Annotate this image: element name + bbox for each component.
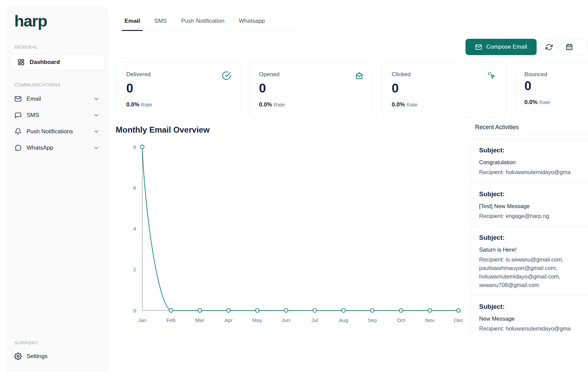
sidebar-item-label: Dashboard: [30, 59, 60, 66]
stat-label: Opened: [259, 71, 280, 78]
activity-item: Subject: New Message Recipient: holuwamu…: [471, 295, 588, 339]
stat-value: 0: [259, 82, 364, 96]
check-circle-icon: [222, 71, 231, 80]
line-chart-svg: 02468JanFebMarAprMayJunJulAugSepOctNovDe…: [112, 139, 476, 334]
cursor-click-icon: [487, 71, 496, 80]
y-axis-tick-label: 8: [133, 144, 136, 150]
chevron-down-icon[interactable]: [93, 96, 99, 102]
sidebar: harp GENERAL Dashboard COMMUNICATIONS Em…: [7, 7, 108, 372]
sidebar-item-dashboard[interactable]: Dashboard: [10, 54, 105, 70]
stat-label: Clicked: [392, 71, 411, 78]
gear-icon: [14, 353, 22, 360]
speech-bubble-icon: [14, 144, 22, 152]
stat-value: 0: [126, 82, 231, 96]
activity-subject-label: Subject:: [479, 303, 585, 310]
activity-recipient: Recipient: holuwamutemidayo@gma: [479, 324, 585, 333]
x-axis-tick-label: May: [252, 317, 262, 323]
activity-recipient: Recipient: holuwamutemidayo@gma: [479, 168, 585, 176]
chart-data-point: [141, 145, 144, 149]
stat-rate: 0.0%: [259, 101, 272, 108]
stat-card-clicked: Clicked 0 0.0% Rate: [382, 62, 506, 117]
stat-rate: 0.0%: [126, 101, 140, 108]
chart-line: [142, 147, 459, 310]
sidebar-item-email[interactable]: Email: [7, 91, 108, 107]
activity-item: Subject: Congratulation Recipient: holuw…: [471, 139, 588, 183]
chart-data-point: [371, 309, 374, 312]
brand-logo: harp: [14, 13, 108, 29]
sidebar-item-sms[interactable]: SMS: [7, 107, 108, 123]
tab-email[interactable]: Email: [122, 17, 143, 31]
chart-data-point: [284, 309, 288, 312]
chart-data-point: [198, 309, 202, 312]
y-axis-tick-label: 2: [133, 267, 136, 272]
x-axis-tick-label: Mar: [195, 317, 205, 323]
chart-data-point: [399, 309, 403, 312]
chart-data-point: [457, 309, 460, 312]
activity-subject-label: Subject:: [479, 147, 585, 154]
chart-data-point: [169, 309, 173, 312]
chart-data-point: [313, 309, 317, 312]
activity-subject-label: Subject:: [479, 234, 585, 241]
sidebar-item-push-notifications[interactable]: Push Notifications: [7, 123, 108, 140]
stat-rate-caption: Rate: [539, 99, 550, 105]
chevron-down-icon[interactable]: [93, 112, 99, 118]
calendar-button[interactable]: [560, 39, 587, 55]
sidebar-item-label: Push Notifications: [27, 128, 73, 135]
mail-icon: [14, 95, 22, 103]
chart-data-point: [342, 309, 345, 312]
sidebar-item-label: SMS: [27, 112, 39, 119]
x-axis-tick-label: Aug: [339, 317, 348, 323]
sidebar-section-general: GENERAL: [14, 45, 108, 50]
chevron-down-icon[interactable]: [93, 129, 99, 135]
chart-data-point: [428, 309, 432, 312]
x-axis-tick-label: Jul: [311, 317, 318, 323]
recent-activities-title: Recent Activities: [475, 124, 588, 135]
sidebar-item-label: Email: [27, 96, 41, 102]
activity-item: Subject: Saturn is Here! Recipient: is.s…: [471, 226, 588, 295]
stat-rate: 0.0%: [392, 101, 405, 108]
activity-subject: New Message: [479, 315, 585, 323]
stats-row: Delivered 0 0.0% Rate Opened: [116, 62, 588, 117]
y-axis-tick-label: 6: [133, 185, 136, 191]
chart-data-point: [227, 309, 230, 312]
tab-whatsapp[interactable]: Whatsapp: [236, 17, 268, 31]
activity-recipient: Recipient: engage@harp.ng: [479, 212, 585, 220]
refresh-button[interactable]: [540, 39, 557, 55]
x-axis-tick-label: Apr: [224, 317, 232, 323]
stat-rate-caption: Rate: [406, 102, 418, 107]
recent-activities-list: Subject: Congratulation Recipient: holuw…: [471, 139, 588, 340]
sidebar-item-label: WhatsApp: [27, 145, 53, 151]
recent-activities-panel: Recent Activities Subject: Congratulatio…: [471, 124, 588, 340]
stat-card-opened: Opened 0 0.0% Rate: [249, 62, 374, 117]
sidebar-divider: [7, 330, 108, 330]
tab-sms[interactable]: SMS: [151, 17, 169, 31]
grid-icon: [17, 58, 25, 66]
stat-label: Bounced: [524, 71, 547, 78]
sidebar-section-communications: COMMUNICATIONS: [14, 82, 108, 87]
bell-icon: [14, 128, 22, 135]
y-axis-tick-label: 0: [133, 308, 136, 314]
x-axis-tick-label: Feb: [166, 317, 176, 323]
stat-rate-caption: Rate: [274, 102, 285, 107]
stat-value: 0: [392, 82, 496, 96]
activity-subject-label: Subject:: [479, 190, 585, 198]
stat-label: Delivered: [126, 71, 151, 78]
monthly-email-chart: 02468JanFebMarAprMayJunJulAugSepOctNovDe…: [112, 139, 476, 334]
x-axis-tick-label: Jan: [138, 317, 147, 323]
stat-rate: 0.0%: [524, 99, 538, 105]
sidebar-item-label: Settings: [27, 353, 47, 360]
activity-item: Subject: [Test] New Message Recipient: e…: [471, 183, 588, 227]
sidebar-section-support: SUPPORT: [14, 340, 108, 345]
activity-recipient: Recipient: is.sewanu@gmail.com, paulisai…: [479, 255, 585, 289]
y-axis-tick-label: 4: [133, 226, 136, 232]
x-axis-tick-label: Sep: [368, 317, 377, 323]
x-axis-tick-label: Dec: [454, 317, 463, 323]
chevron-down-icon[interactable]: [93, 145, 99, 151]
envelope-icon: [475, 44, 482, 51]
sidebar-item-settings[interactable]: Settings: [7, 348, 108, 365]
tab-push-notification[interactable]: Push Notification: [178, 17, 227, 31]
stat-card-delivered: Delivered 0 0.0% Rate: [116, 62, 241, 117]
sidebar-item-whatsapp[interactable]: WhatsApp: [7, 140, 108, 156]
x-axis-tick-label: Jun: [282, 317, 290, 323]
compose-email-button[interactable]: Compose Email: [466, 39, 537, 55]
